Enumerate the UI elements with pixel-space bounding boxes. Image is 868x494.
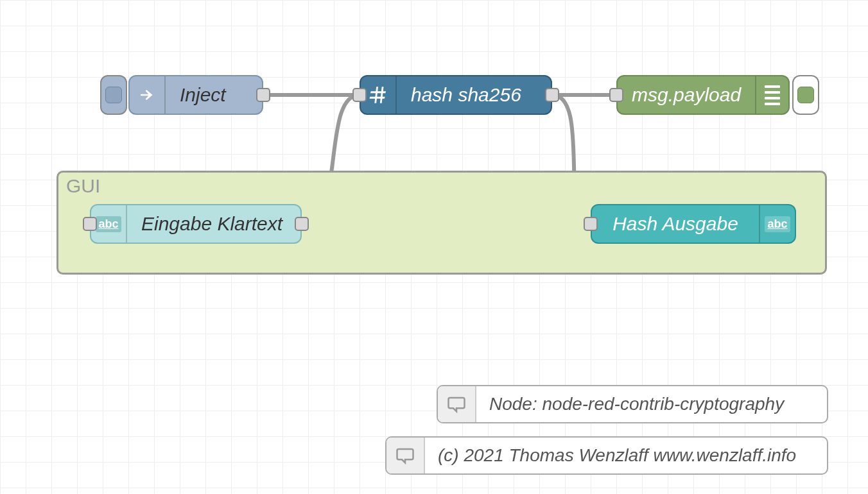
hash-input-port[interactable]: [352, 88, 367, 102]
inject-output-port[interactable]: [256, 88, 270, 102]
arrow-right-icon: [130, 76, 166, 114]
speech-bubble-icon: [386, 438, 425, 473]
debug-label: msg.payload: [618, 76, 755, 114]
speech-bubble-icon: [438, 386, 476, 422]
textin-label: Eingabe Klartext: [127, 205, 297, 243]
textin-output-port[interactable]: [295, 217, 309, 231]
hash-output-port[interactable]: [545, 88, 559, 102]
comment-node-2[interactable]: (c) 2021 Thomas Wenzlaff www.wenzlaff.in…: [385, 436, 828, 475]
text-input-node[interactable]: abc Eingabe Klartext: [90, 204, 302, 244]
group-label: GUI: [66, 175, 100, 197]
debug-bars-icon: [755, 76, 788, 114]
text-output-node[interactable]: Hash Ausgabe abc: [591, 204, 796, 244]
textin-input-port[interactable]: [83, 217, 97, 231]
inject-node[interactable]: Inject: [128, 75, 263, 115]
hash-node[interactable]: hash sha256: [360, 75, 552, 115]
inject-trigger-square-icon: [105, 87, 122, 103]
inject-trigger-button[interactable]: [100, 75, 127, 115]
comment-1-text: Node: node-red-contrib-cryptography: [476, 386, 797, 422]
textout-input-port[interactable]: [584, 217, 598, 231]
debug-toggle-square-icon: [797, 87, 814, 103]
comment-2-text: (c) 2021 Thomas Wenzlaff www.wenzlaff.in…: [425, 438, 809, 473]
hash-label: hash sha256: [397, 76, 535, 114]
comment-node-1[interactable]: Node: node-red-contrib-cryptography: [437, 385, 828, 423]
debug-node[interactable]: msg.payload: [616, 75, 790, 115]
debug-input-port[interactable]: [609, 88, 623, 102]
debug-toggle-button[interactable]: [792, 75, 819, 115]
inject-label: Inject: [166, 76, 240, 114]
textout-label: Hash Ausgabe: [592, 205, 759, 243]
abc-icon: abc: [759, 205, 795, 243]
